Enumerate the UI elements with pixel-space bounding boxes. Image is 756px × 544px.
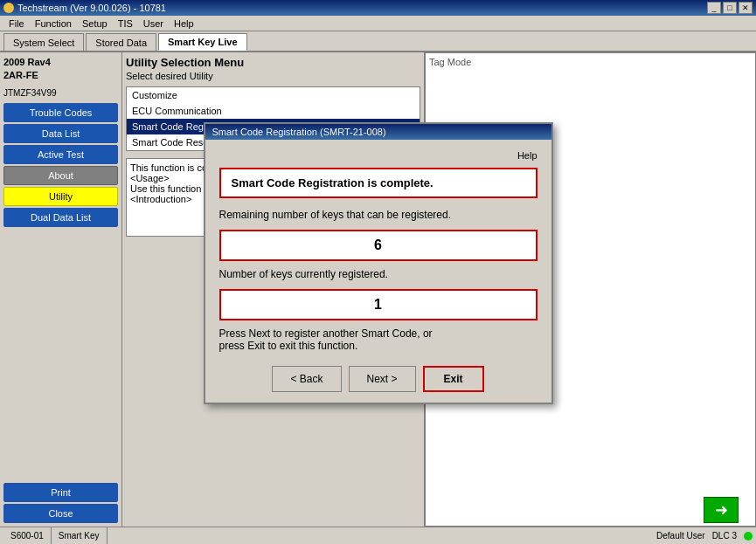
modal-overlay: Smart Code Registration (SMRT-21-008) He… (0, 0, 756, 527)
bottom-bar: S600-01 Smart Key Default User DLC 3 (0, 527, 756, 544)
complete-message: Smart Code Registration is complete. (232, 176, 433, 189)
modal-body: Help Smart Code Registration is complete… (205, 140, 551, 403)
registered-label: Number of keys currently registered. (219, 268, 538, 280)
bottom-user: Default User (656, 531, 705, 541)
dlc-indicator (744, 532, 753, 541)
modal-dialog: Smart Code Registration (SMRT-21-008) He… (204, 122, 553, 404)
bottom-right: Default User DLC 3 (656, 531, 753, 541)
registered-value: 1 (374, 297, 382, 313)
bottom-dlc: DLC 3 (712, 531, 737, 541)
bottom-section-id: S600-01 (3, 527, 52, 544)
remaining-label: Remaining number of keys that can be reg… (219, 209, 538, 221)
exit-button[interactable]: Exit (423, 366, 484, 392)
next-button[interactable]: Next > (349, 366, 416, 392)
instruction-text: Press Next to register another Smart Cod… (219, 327, 538, 352)
bottom-section-smartkey: Smart Key (52, 527, 108, 544)
modal-title: Smart Code Registration (SMRT-21-008) (212, 127, 386, 137)
remaining-value: 6 (374, 238, 382, 253)
modal-titlebar: Smart Code Registration (SMRT-21-008) (205, 124, 551, 140)
back-button[interactable]: < Back (272, 366, 341, 392)
bottom-smartkey: Smart Key (59, 531, 100, 541)
remaining-number-box: 6 (219, 230, 538, 261)
registered-number-box: 1 (219, 289, 538, 320)
bottom-id: S600-01 (10, 531, 44, 541)
modal-buttons: < Back Next > Exit (219, 366, 538, 392)
modal-complete-box: Smart Code Registration is complete. (219, 168, 538, 198)
modal-help[interactable]: Help (219, 150, 538, 161)
